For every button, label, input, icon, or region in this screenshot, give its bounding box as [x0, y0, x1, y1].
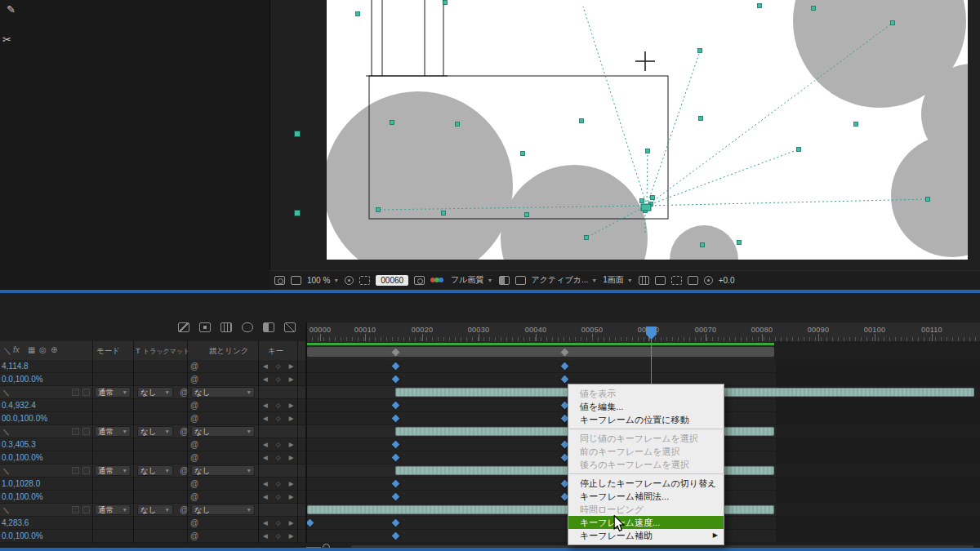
column-matte-t[interactable]: T — [136, 346, 140, 355]
parent-link-select[interactable]: なし▼ — [191, 465, 255, 476]
keyframe-diamond[interactable] — [392, 415, 400, 423]
timeline-ruler[interactable]: 0000000010000200003000040000500006000070… — [306, 322, 980, 342]
keyframe-navigator[interactable]: ◀ ◇ ▶ — [263, 402, 296, 409]
work-area-bar[interactable] — [307, 343, 774, 345]
keyframe-diamond[interactable] — [392, 402, 400, 410]
layer-switch[interactable] — [72, 467, 79, 474]
property-row[interactable]: 00.0,100.0%@◀ ◇ ▶ — [0, 412, 980, 425]
menu-item[interactable]: キーフレーム速度... — [568, 516, 724, 529]
keyframe-diamond[interactable] — [392, 441, 400, 449]
keyframe-navigator[interactable]: ◀ ◇ ▶ — [263, 480, 296, 487]
snapshot-icon[interactable] — [274, 276, 285, 285]
property-row[interactable]: 0.0,100.0%@◀ ◇ ▶ — [0, 451, 980, 464]
pick-whip-icon[interactable]: @ — [190, 479, 198, 488]
keyframe-diamond[interactable] — [392, 480, 400, 488]
property-value[interactable]: 0.0,100.0% — [2, 453, 43, 462]
track-matte-select[interactable]: なし▼ — [137, 465, 173, 476]
pick-whip-icon[interactable]: @ — [190, 414, 198, 423]
keyframe-diamond[interactable] — [306, 519, 314, 527]
pick-whip-icon[interactable]: @ — [190, 531, 198, 540]
parent-link-select[interactable]: なし▼ — [191, 504, 255, 515]
mini-flowchart-icon[interactable] — [178, 322, 189, 332]
property-value[interactable]: 0.0,100.0% — [2, 375, 43, 384]
blend-mode-select[interactable]: 通常▼ — [95, 387, 131, 398]
layer-switch[interactable] — [82, 428, 90, 435]
keyframe-diamond[interactable] — [392, 532, 400, 540]
resolution-select[interactable]: フル画質▼ — [451, 274, 492, 286]
current-frame-field[interactable]: 00060 — [376, 275, 408, 286]
property-row[interactable]: 4,114.8@◀ ◇ ▶ — [0, 360, 980, 373]
property-value[interactable]: 0.0,100.0% — [2, 531, 43, 540]
keyframe-navigator[interactable]: ◀ ◇ ▶ — [263, 415, 296, 422]
property-row[interactable]: 1.0,1028.0@◀ ◇ ▶ — [0, 478, 980, 491]
pick-whip-icon[interactable]: @ — [190, 440, 198, 449]
keyframe-diamond[interactable] — [392, 375, 400, 384]
blend-mode-select[interactable]: 通常▼ — [95, 504, 131, 515]
parent-link-select[interactable]: なし▼ — [191, 426, 255, 437]
property-value[interactable]: 0.3,405.3 — [2, 440, 36, 449]
property-value[interactable]: 4,114.8 — [2, 362, 29, 371]
active-camera-select[interactable]: アクティブカ...▼ — [532, 274, 598, 286]
work-area-summary[interactable] — [306, 341, 980, 361]
column-parent-link[interactable]: 親とリンク — [209, 346, 248, 357]
column-matte[interactable]: トラックマット — [143, 347, 189, 356]
layer-switch[interactable] — [72, 428, 79, 435]
property-row[interactable]: 0.0,100.0%@◀ ◇ ▶ — [0, 530, 980, 543]
menu-item[interactable]: 停止したキーフレームの切り替え — [568, 477, 724, 490]
scissors-icon[interactable]: ✂ — [2, 34, 11, 45]
grid-guides-icon[interactable] — [345, 276, 354, 285]
track-matte-select[interactable]: なし▼ — [137, 426, 173, 437]
summary-track-bar[interactable] — [307, 347, 774, 357]
menu-item[interactable]: キーフレーム補助▶ — [568, 529, 724, 542]
blend-mode-select[interactable]: 通常▼ — [95, 426, 131, 437]
keyframe-diamond[interactable] — [392, 493, 400, 501]
timeline-button-icon[interactable] — [671, 276, 682, 285]
keyframe-navigator[interactable]: ◀ ◇ ▶ — [263, 375, 296, 383]
fast-preview-icon[interactable] — [655, 276, 666, 285]
region-of-interest-icon[interactable] — [359, 276, 370, 285]
keyframe-navigator[interactable]: ◀ ◇ ▶ — [263, 519, 296, 527]
keyframe-diamond[interactable] — [392, 519, 400, 527]
keyframe-navigator[interactable]: ◀ ◇ ▶ — [263, 441, 296, 448]
view-layout-select[interactable]: 1画面▼ — [603, 274, 633, 286]
keyframe-diamond[interactable] — [392, 454, 400, 462]
pick-whip-icon[interactable]: @ — [190, 453, 198, 462]
layer-row[interactable]: ＼通常▼なし▼@なし▼ — [0, 464, 980, 478]
show-snapshot-icon[interactable] — [291, 276, 301, 285]
pick-whip-icon[interactable]: @ — [190, 362, 198, 371]
frame-blending-icon[interactable] — [242, 322, 253, 332]
flowchart-icon[interactable] — [688, 276, 698, 285]
layer-row[interactable]: ＼通常▼なし▼@なし▼ — [0, 504, 980, 517]
property-value[interactable]: 0.4,932.4 — [2, 401, 36, 410]
motion-blur-icon[interactable] — [263, 322, 274, 332]
keyframe-diamond[interactable] — [392, 362, 400, 371]
track-matte-select[interactable]: なし▼ — [137, 387, 173, 398]
exposure-reset-icon[interactable] — [704, 276, 713, 285]
blend-mode-select[interactable]: 通常▼ — [95, 465, 131, 476]
pick-whip-icon[interactable]: @ — [190, 375, 198, 384]
layer-row[interactable]: ＼通常▼なし▼@なし▼ — [0, 386, 980, 399]
column-keys[interactable]: キー — [268, 346, 283, 357]
property-value[interactable]: 0.0,100.0% — [2, 492, 43, 501]
keyframe-diamond[interactable] — [561, 362, 569, 371]
pick-whip-icon[interactable]: @ — [190, 492, 198, 501]
property-value[interactable]: 4,283.6 — [2, 518, 29, 527]
keyframe-navigator[interactable]: ◀ ◇ ▶ — [263, 532, 296, 540]
track-matte-select[interactable]: なし▼ — [137, 504, 173, 515]
parent-link-select[interactable]: なし▼ — [191, 387, 255, 398]
property-row[interactable]: 0.0,100.0%@◀ ◇ ▶ — [0, 491, 980, 504]
panel-column-divider[interactable] — [305, 322, 307, 543]
layer-switch[interactable] — [72, 389, 79, 396]
graph-editor-icon[interactable] — [284, 322, 296, 332]
menu-item[interactable]: キーフレーム補間法... — [568, 490, 724, 503]
magnification-select[interactable]: 100 %▼ — [307, 276, 339, 285]
property-row[interactable]: 0.3,405.3@◀ ◇ ▶ — [0, 438, 980, 451]
selection-handle[interactable] — [294, 131, 301, 137]
pen-tool-icon[interactable]: ✎ — [7, 4, 16, 15]
timeline-track[interactable] — [306, 360, 980, 372]
pick-whip-icon[interactable]: @ — [190, 401, 198, 410]
exposure-value[interactable]: +0.0 — [719, 276, 735, 285]
keyframe-navigator[interactable]: ◀ ◇ ▶ — [263, 493, 296, 500]
property-row[interactable]: 4,283.6@◀ ◇ ▶ — [0, 517, 980, 530]
property-value[interactable]: 00.0,100.0% — [2, 414, 47, 423]
